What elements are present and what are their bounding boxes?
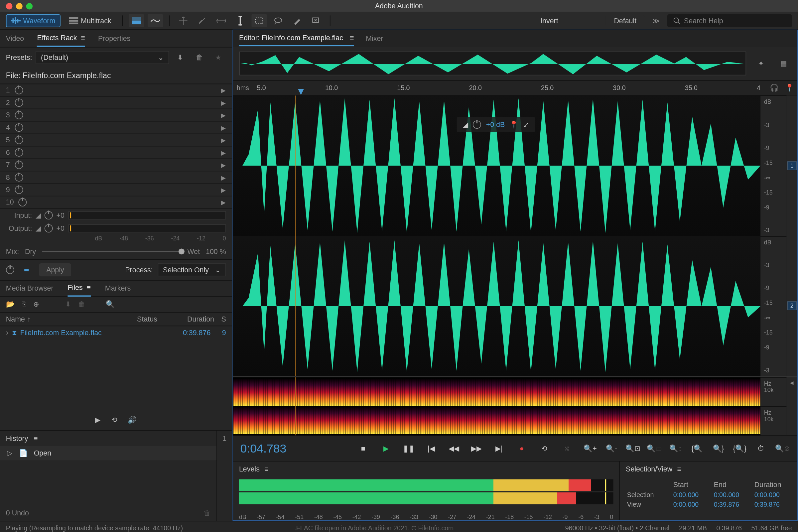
power-icon[interactable] [15,160,23,169]
help-search[interactable]: Search Help [667,14,792,27]
effect-slot[interactable]: 9▶ [0,184,232,196]
record-button[interactable]: ● [515,441,529,456]
invert-button[interactable]: Invert [536,15,563,26]
power-icon[interactable] [15,86,23,94]
playhead-marker[interactable] [298,89,304,95]
tab-effects-rack[interactable]: Effects Rack ≡ [37,30,85,46]
sel-start[interactable]: 0:00.000 [673,491,709,498]
hud-knob[interactable] [473,120,481,129]
tab-video[interactable]: Video [6,31,24,46]
brush-tool-icon[interactable] [289,14,305,27]
tab-mixer[interactable]: Mixer [366,32,383,46]
preview-play-icon[interactable]: ▶ [95,416,100,424]
sort-name[interactable]: Name ↑ [6,315,137,323]
spectral-display-icon[interactable] [128,14,144,27]
pause-button[interactable]: ❚❚ [401,441,416,456]
power-icon[interactable] [19,198,27,207]
zoom-vin-icon[interactable]: 🔍↕ [668,441,683,456]
rack-list-icon[interactable]: ≣ [19,263,34,276]
preview-loop-icon[interactable]: ⟲ [111,416,117,424]
marquee-tool-icon[interactable] [251,14,267,27]
tab-media-browser[interactable]: Media Browser [6,281,54,296]
headphone-icon[interactable]: 🎧 [766,81,782,94]
presets-select[interactable]: (Default)⌄ [36,51,169,64]
insert-icon[interactable]: ⬇ [65,300,71,308]
move-tool-icon[interactable] [175,14,191,27]
hud-pin-icon[interactable]: 📍 [509,120,518,129]
preview-autoplay-icon[interactable]: 🔊 [128,416,137,424]
view-end[interactable]: 0:39.876 [714,501,750,508]
process-select[interactable]: Selection Only⌄ [158,263,226,276]
volume-hud[interactable]: ◢ +0 dB 📍 ⤢ [457,117,535,132]
effect-slot[interactable]: 2▶ [0,97,232,109]
layout-icon[interactable]: ▤ [776,57,791,70]
effect-slot[interactable]: 8▶ [0,172,232,184]
razor-tool-icon[interactable] [194,14,209,27]
go-end-button[interactable]: ▶| [492,441,507,456]
waveform-mode-button[interactable]: Waveform [6,14,61,27]
sel-end[interactable]: 0:00.000 [714,491,750,498]
open-file-icon[interactable]: 📂 [6,300,15,308]
history-item[interactable]: ▷ 📄 Open [0,446,216,460]
power-icon[interactable] [15,186,23,194]
apply-button[interactable]: Apply [39,263,71,276]
channel-1-badge[interactable]: 1 [787,161,797,170]
zoom-time-icon[interactable]: ⏱ [754,441,769,456]
power-icon[interactable] [15,136,23,144]
zoom-full-icon[interactable]: 🔍⊡ [625,441,640,456]
zoom-sel-fit-icon[interactable]: {🔍} [732,441,747,456]
pitch-display-icon[interactable] [147,14,163,27]
pin-icon[interactable]: 📍 [782,81,797,94]
effect-slot[interactable]: 6▶ [0,147,232,159]
loop-button[interactable]: ⟲ [537,441,552,456]
stop-button[interactable]: ■ [356,441,370,456]
time-selection-tool-icon[interactable] [232,14,248,27]
go-start-button[interactable]: |◀ [424,441,438,456]
tab-properties[interactable]: Properties [98,31,131,46]
save-preset-icon[interactable]: ⬇ [173,51,188,64]
power-icon[interactable] [15,173,23,182]
effect-slot[interactable]: 10▶ [0,196,232,209]
pan-view-icon[interactable]: ✦ [754,57,769,70]
zoom-in-point-icon[interactable]: {🔍 [689,441,705,456]
file-row[interactable]: › ⧗ FileInfo.com Example.flac 0:39.876 9 [0,326,232,339]
delete-preset-icon[interactable]: 🗑 [191,51,207,64]
heal-tool-icon[interactable] [308,14,324,27]
play-button[interactable]: ▶ [379,441,393,456]
view-start[interactable]: 0:00.000 [673,501,709,508]
workspace-overflow-icon[interactable]: ≫ [648,14,664,27]
skip-button[interactable]: ⤭ [560,441,574,456]
input-knob[interactable] [44,211,53,220]
tab-files[interactable]: Files ≡ [68,280,91,297]
spectrogram-display[interactable] [233,377,760,436]
new-file-icon[interactable]: ⊕ [33,300,39,308]
favorite-icon[interactable]: ★ [210,51,226,64]
output-knob[interactable] [44,224,53,232]
multitrack-mode-button[interactable]: Multitrack [64,15,116,26]
power-icon[interactable] [15,111,23,119]
import-icon[interactable]: ⎘ [22,300,26,308]
timeline-ruler[interactable]: hms 5.010.015.020.025.030.035.04 🎧 📍 [233,80,797,95]
view-dur[interactable]: 0:39.876 [755,501,790,508]
forward-button[interactable]: ▶▶ [469,441,483,456]
rack-power-icon[interactable] [6,266,14,274]
power-icon[interactable] [15,98,23,107]
sort-s[interactable]: S [214,315,226,323]
search-files-icon[interactable]: 🔍 [106,300,115,308]
zoom-sel-icon[interactable]: 🔍▭ [647,441,662,456]
hud-expand-icon[interactable]: ⤢ [523,120,529,129]
workspace-selector[interactable]: Default [606,15,645,25]
power-icon[interactable] [15,148,23,157]
tab-editor[interactable]: Editor: FileInfo.com Example.flac ≡ [239,31,354,46]
channel-2-badge[interactable]: 2 [787,302,797,310]
zoom-reset-icon[interactable]: 🔍⊘ [775,441,790,456]
effect-slot[interactable]: 4▶ [0,122,232,134]
timecode-display[interactable]: 0:04.783 [241,441,340,455]
lasso-tool-icon[interactable] [270,14,286,27]
zoom-out-icon[interactable]: 🔍- [604,441,619,456]
effect-slot[interactable]: 7▶ [0,159,232,171]
effect-slot[interactable]: 5▶ [0,134,232,146]
sort-status[interactable]: Status [137,315,167,323]
close-window-button[interactable] [6,3,13,9]
zoom-in-icon[interactable]: 🔍+ [583,441,598,456]
